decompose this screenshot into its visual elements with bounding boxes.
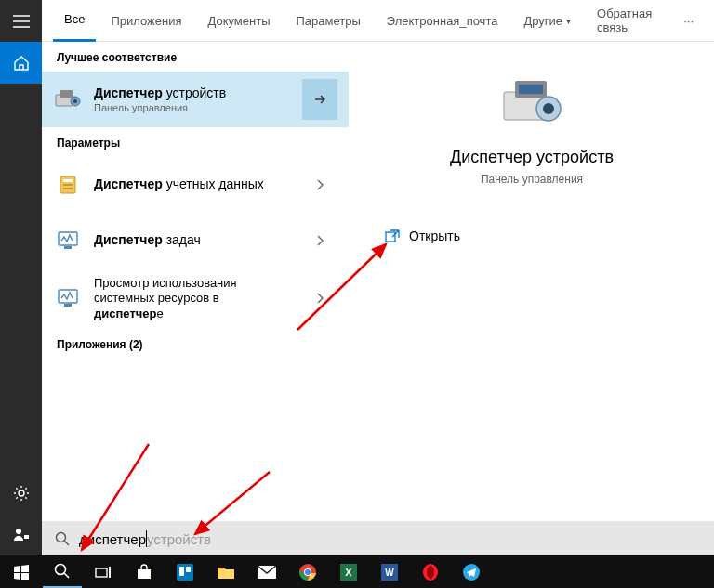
- device-manager-icon: [53, 85, 83, 114]
- svg-text:W: W: [385, 568, 394, 578]
- word-icon: W: [381, 564, 398, 581]
- r2-bold: Диспетчер: [94, 232, 163, 247]
- windows-icon: [14, 565, 29, 580]
- results-panel: Лучшее соответствие Диспетчер устройств …: [42, 42, 349, 521]
- arrow-right-icon: [312, 92, 327, 107]
- r3-line1: Просмотр использования: [94, 276, 237, 290]
- chevron-r2[interactable]: [302, 220, 337, 261]
- svg-point-37: [427, 566, 434, 579]
- tab-email[interactable]: Электронная_почта: [376, 0, 509, 42]
- result-task-manager[interactable]: Диспетчер задач: [42, 213, 349, 268]
- svg-rect-27: [186, 567, 191, 572]
- svg-rect-17: [519, 85, 543, 94]
- taskbar-store[interactable]: [125, 555, 164, 588]
- store-icon: [136, 564, 152, 581]
- search-sidebar: [0, 0, 42, 555]
- svg-point-6: [73, 99, 77, 103]
- svg-rect-23: [96, 568, 107, 577]
- svg-rect-26: [179, 567, 184, 576]
- search-icon: [55, 531, 70, 546]
- excel-icon: X: [340, 564, 357, 581]
- taskbar-chrome[interactable]: [288, 555, 327, 588]
- chevron-r3[interactable]: [302, 278, 337, 319]
- chevron-r1[interactable]: [302, 164, 337, 205]
- taskbar-excel[interactable]: X: [329, 555, 368, 588]
- svg-point-22: [56, 564, 66, 574]
- svg-rect-20: [386, 232, 395, 242]
- search-ghost-text: устройств: [147, 531, 211, 547]
- tab-apps[interactable]: Приложения: [99, 0, 192, 42]
- open-icon: [385, 229, 400, 242]
- preview-subtitle: Панель управления: [481, 173, 583, 186]
- svg-point-21: [57, 532, 66, 542]
- credential-manager-icon: [53, 170, 83, 200]
- taskbar-search[interactable]: [43, 555, 82, 588]
- tab-feedback[interactable]: Обратная связь: [586, 0, 663, 42]
- taskbar-explorer[interactable]: [206, 555, 245, 588]
- person-pin-icon: [13, 527, 30, 543]
- tab-more[interactable]: ···: [672, 0, 705, 42]
- r3-line2a: системных ресурсов в: [94, 291, 219, 305]
- result-device-manager[interactable]: Диспетчер устройств Панель управления: [42, 72, 349, 127]
- open-label: Открыть: [409, 229, 460, 243]
- preview-panel: Диспетчер устройств Панель управления От…: [349, 42, 714, 521]
- taskbar-trello[interactable]: [165, 555, 205, 588]
- taskbar-taskview[interactable]: [84, 555, 123, 588]
- main-area: Лучшее соответствие Диспетчер устройств …: [42, 42, 714, 521]
- section-best-match: Лучшее соответствие: [42, 42, 349, 72]
- taskbar-mail[interactable]: [247, 555, 286, 588]
- tab-documents[interactable]: Документы: [196, 0, 281, 42]
- hamburger-icon: [13, 15, 30, 28]
- r1-rest: учетных данных: [163, 176, 264, 191]
- search-typed-text: диспетчер: [79, 531, 146, 547]
- tab-other-label: Другие: [523, 14, 562, 28]
- svg-point-1: [16, 529, 21, 534]
- search-tabs: Все Приложения Документы Параметры Элект…: [42, 0, 714, 42]
- mail-icon: [258, 566, 276, 579]
- home-icon: [13, 55, 30, 72]
- svg-rect-10: [63, 188, 73, 189]
- chevron-right-icon: [315, 178, 324, 191]
- section-apps: Приложения (2): [42, 329, 349, 359]
- taskbar-telegram[interactable]: [452, 555, 491, 588]
- taskview-icon: [95, 566, 112, 579]
- svg-point-0: [19, 490, 24, 496]
- svg-rect-2: [24, 535, 29, 539]
- svg-rect-24: [109, 567, 111, 578]
- svg-point-19: [543, 103, 554, 114]
- gear-icon: [13, 485, 30, 502]
- svg-rect-9: [63, 184, 73, 186]
- search-icon: [54, 563, 71, 580]
- svg-text:X: X: [345, 567, 352, 578]
- svg-rect-12: [64, 246, 72, 249]
- open-preview-button[interactable]: [302, 79, 337, 120]
- chevron-down-icon: ▾: [566, 16, 571, 26]
- tab-other[interactable]: Другие ▾: [512, 0, 582, 42]
- telegram-icon: [463, 564, 480, 581]
- sidebar-account[interactable]: [0, 514, 42, 555]
- folder-icon: [217, 565, 235, 580]
- sidebar-home[interactable]: [0, 42, 42, 84]
- tab-settings[interactable]: Параметры: [284, 0, 371, 42]
- svg-rect-8: [63, 179, 73, 182]
- chevron-right-icon: [315, 234, 324, 247]
- result-title-rest: устройств: [163, 85, 226, 100]
- open-action[interactable]: Открыть: [381, 223, 464, 249]
- taskbar-word[interactable]: W: [370, 555, 409, 588]
- svg-rect-25: [177, 564, 193, 581]
- r1-bold: Диспетчер: [94, 176, 163, 191]
- section-settings: Параметры: [42, 127, 349, 157]
- svg-rect-4: [60, 90, 73, 98]
- sidebar-settings[interactable]: [0, 472, 42, 514]
- opera-icon: [422, 564, 439, 581]
- hamburger-menu[interactable]: [0, 0, 42, 42]
- tab-all[interactable]: Все: [53, 0, 96, 42]
- svg-rect-14: [64, 304, 72, 307]
- taskbar-opera[interactable]: [411, 555, 450, 588]
- search-input[interactable]: диспетчерустройств: [42, 521, 714, 555]
- result-resource-usage[interactable]: Просмотр использования системных ресурсо…: [42, 268, 349, 329]
- chevron-right-icon: [315, 292, 324, 305]
- preview-app-icon: [495, 75, 569, 131]
- result-credential-manager[interactable]: Диспетчер учетных данных: [42, 157, 349, 213]
- start-button[interactable]: [2, 555, 41, 588]
